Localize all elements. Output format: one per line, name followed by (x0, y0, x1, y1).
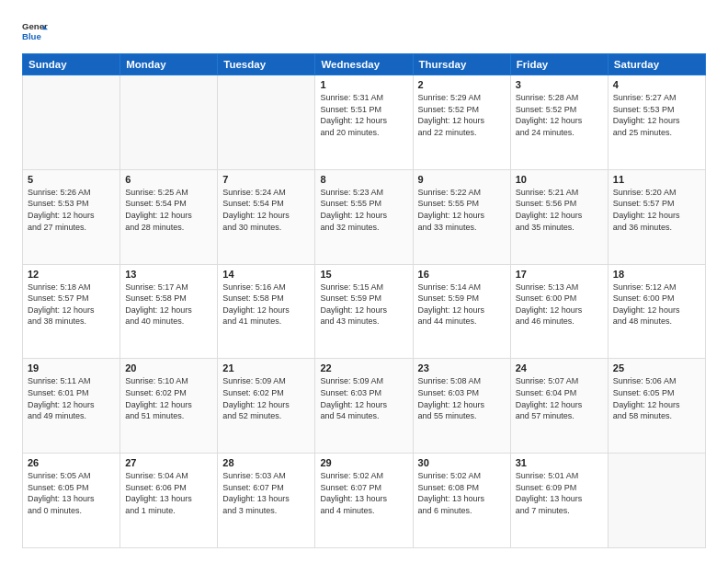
day-number: 29 (320, 457, 407, 468)
calendar-cell: 14Sunrise: 5:16 AM Sunset: 5:58 PM Dayli… (218, 264, 315, 359)
day-number: 28 (222, 457, 310, 468)
calendar-cell: 3Sunrise: 5:28 AM Sunset: 5:52 PM Daylig… (510, 75, 608, 170)
day-number: 14 (222, 269, 310, 280)
calendar-cell: 22Sunrise: 5:09 AM Sunset: 6:03 PM Dayli… (315, 359, 413, 454)
calendar-header-row: SundayMondayTuesdayWednesdayThursdayFrid… (23, 54, 706, 75)
day-number: 23 (418, 362, 506, 373)
day-number: 15 (320, 269, 407, 280)
day-number: 5 (28, 174, 115, 185)
day-info: Sunrise: 5:22 AM Sunset: 5:55 PM Dayligh… (418, 187, 506, 233)
calendar-week-4: 19Sunrise: 5:11 AM Sunset: 6:01 PM Dayli… (23, 359, 706, 454)
day-info: Sunrise: 5:16 AM Sunset: 5:58 PM Dayligh… (222, 282, 310, 327)
day-number: 1 (320, 79, 407, 90)
day-number: 9 (418, 174, 506, 185)
day-number: 21 (222, 362, 310, 373)
calendar-cell: 17Sunrise: 5:13 AM Sunset: 6:00 PM Dayli… (510, 264, 608, 359)
day-info: Sunrise: 5:03 AM Sunset: 6:07 PM Dayligh… (222, 470, 310, 516)
day-number: 3 (516, 79, 603, 90)
calendar-cell: 29Sunrise: 5:02 AM Sunset: 6:07 PM Dayli… (315, 454, 413, 548)
day-number: 24 (516, 362, 603, 373)
col-header-sunday: Sunday (23, 54, 120, 75)
calendar-week-3: 12Sunrise: 5:18 AM Sunset: 5:57 PM Dayli… (23, 264, 706, 359)
day-info: Sunrise: 5:31 AM Sunset: 5:51 PM Dayligh… (320, 92, 407, 138)
day-number: 10 (516, 174, 603, 185)
calendar-week-1: 1Sunrise: 5:31 AM Sunset: 5:51 PM Daylig… (23, 75, 706, 170)
calendar-cell: 24Sunrise: 5:07 AM Sunset: 6:04 PM Dayli… (510, 359, 608, 454)
day-info: Sunrise: 5:25 AM Sunset: 5:54 PM Dayligh… (125, 187, 212, 233)
day-info: Sunrise: 5:12 AM Sunset: 6:00 PM Dayligh… (613, 282, 700, 327)
day-number: 13 (125, 269, 212, 280)
col-header-saturday: Saturday (608, 54, 705, 75)
svg-text:Blue: Blue (22, 31, 41, 41)
day-info: Sunrise: 5:09 AM Sunset: 6:02 PM Dayligh… (222, 375, 310, 421)
calendar-cell: 10Sunrise: 5:21 AM Sunset: 5:56 PM Dayli… (510, 169, 608, 264)
header: General Blue (22, 18, 706, 44)
day-info: Sunrise: 5:18 AM Sunset: 5:57 PM Dayligh… (28, 282, 115, 327)
day-info: Sunrise: 5:17 AM Sunset: 5:58 PM Dayligh… (125, 282, 212, 327)
day-info: Sunrise: 5:07 AM Sunset: 6:04 PM Dayligh… (516, 375, 603, 421)
day-info: Sunrise: 5:10 AM Sunset: 6:02 PM Dayligh… (125, 375, 212, 421)
calendar-week-2: 5Sunrise: 5:26 AM Sunset: 5:53 PM Daylig… (23, 169, 706, 264)
calendar-cell (218, 75, 315, 170)
page: General Blue SundayMondayTuesdayWednesda… (0, 0, 728, 563)
calendar-cell: 1Sunrise: 5:31 AM Sunset: 5:51 PM Daylig… (315, 75, 413, 170)
calendar-cell: 2Sunrise: 5:29 AM Sunset: 5:52 PM Daylig… (413, 75, 510, 170)
calendar-cell: 15Sunrise: 5:15 AM Sunset: 5:59 PM Dayli… (315, 264, 413, 359)
day-number: 4 (613, 79, 700, 90)
day-number: 27 (125, 457, 212, 468)
day-info: Sunrise: 5:29 AM Sunset: 5:52 PM Dayligh… (418, 92, 506, 138)
day-info: Sunrise: 5:23 AM Sunset: 5:55 PM Dayligh… (320, 187, 407, 233)
calendar-cell: 13Sunrise: 5:17 AM Sunset: 5:58 PM Dayli… (120, 264, 218, 359)
calendar-cell: 4Sunrise: 5:27 AM Sunset: 5:53 PM Daylig… (608, 75, 705, 170)
calendar-cell: 31Sunrise: 5:01 AM Sunset: 6:09 PM Dayli… (510, 454, 608, 548)
day-number: 20 (125, 362, 212, 373)
calendar-cell: 27Sunrise: 5:04 AM Sunset: 6:06 PM Dayli… (120, 454, 218, 548)
day-info: Sunrise: 5:26 AM Sunset: 5:53 PM Dayligh… (28, 187, 115, 233)
calendar-cell: 16Sunrise: 5:14 AM Sunset: 5:59 PM Dayli… (413, 264, 510, 359)
calendar-cell: 21Sunrise: 5:09 AM Sunset: 6:02 PM Dayli… (218, 359, 315, 454)
calendar-cell: 9Sunrise: 5:22 AM Sunset: 5:55 PM Daylig… (413, 169, 510, 264)
day-number: 11 (613, 174, 700, 185)
calendar-cell: 25Sunrise: 5:06 AM Sunset: 6:05 PM Dayli… (608, 359, 705, 454)
calendar-cell: 18Sunrise: 5:12 AM Sunset: 6:00 PM Dayli… (608, 264, 705, 359)
day-info: Sunrise: 5:11 AM Sunset: 6:01 PM Dayligh… (28, 375, 115, 421)
day-number: 7 (222, 174, 310, 185)
day-info: Sunrise: 5:06 AM Sunset: 6:05 PM Dayligh… (613, 375, 700, 421)
calendar-cell: 12Sunrise: 5:18 AM Sunset: 5:57 PM Dayli… (23, 264, 120, 359)
day-info: Sunrise: 5:01 AM Sunset: 6:09 PM Dayligh… (516, 470, 603, 516)
day-info: Sunrise: 5:15 AM Sunset: 5:59 PM Dayligh… (320, 282, 407, 327)
calendar-cell: 6Sunrise: 5:25 AM Sunset: 5:54 PM Daylig… (120, 169, 218, 264)
day-info: Sunrise: 5:13 AM Sunset: 6:00 PM Dayligh… (516, 282, 603, 327)
calendar-cell: 11Sunrise: 5:20 AM Sunset: 5:57 PM Dayli… (608, 169, 705, 264)
calendar-week-5: 26Sunrise: 5:05 AM Sunset: 6:05 PM Dayli… (23, 454, 706, 548)
calendar-cell: 28Sunrise: 5:03 AM Sunset: 6:07 PM Dayli… (218, 454, 315, 548)
day-number: 30 (418, 457, 506, 468)
day-number: 26 (28, 457, 115, 468)
day-info: Sunrise: 5:28 AM Sunset: 5:52 PM Dayligh… (516, 92, 603, 138)
calendar-cell (608, 454, 705, 548)
col-header-thursday: Thursday (413, 54, 510, 75)
day-info: Sunrise: 5:02 AM Sunset: 6:07 PM Dayligh… (320, 470, 407, 516)
day-info: Sunrise: 5:04 AM Sunset: 6:06 PM Dayligh… (125, 470, 212, 516)
day-info: Sunrise: 5:09 AM Sunset: 6:03 PM Dayligh… (320, 375, 407, 421)
day-info: Sunrise: 5:24 AM Sunset: 5:54 PM Dayligh… (222, 187, 310, 233)
day-number: 19 (28, 362, 115, 373)
col-header-wednesday: Wednesday (315, 54, 413, 75)
calendar-cell: 7Sunrise: 5:24 AM Sunset: 5:54 PM Daylig… (218, 169, 315, 264)
calendar-cell: 20Sunrise: 5:10 AM Sunset: 6:02 PM Dayli… (120, 359, 218, 454)
calendar-cell: 26Sunrise: 5:05 AM Sunset: 6:05 PM Dayli… (23, 454, 120, 548)
calendar-cell: 19Sunrise: 5:11 AM Sunset: 6:01 PM Dayli… (23, 359, 120, 454)
logo: General Blue (22, 18, 48, 44)
day-number: 2 (418, 79, 506, 90)
col-header-monday: Monday (120, 54, 218, 75)
calendar-table: SundayMondayTuesdayWednesdayThursdayFrid… (22, 53, 706, 548)
day-number: 16 (418, 269, 506, 280)
calendar-cell: 8Sunrise: 5:23 AM Sunset: 5:55 PM Daylig… (315, 169, 413, 264)
calendar-cell (120, 75, 218, 170)
day-number: 17 (516, 269, 603, 280)
day-number: 22 (320, 362, 407, 373)
day-info: Sunrise: 5:08 AM Sunset: 6:03 PM Dayligh… (418, 375, 506, 421)
day-number: 8 (320, 174, 407, 185)
day-number: 31 (516, 457, 603, 468)
day-info: Sunrise: 5:05 AM Sunset: 6:05 PM Dayligh… (28, 470, 115, 516)
